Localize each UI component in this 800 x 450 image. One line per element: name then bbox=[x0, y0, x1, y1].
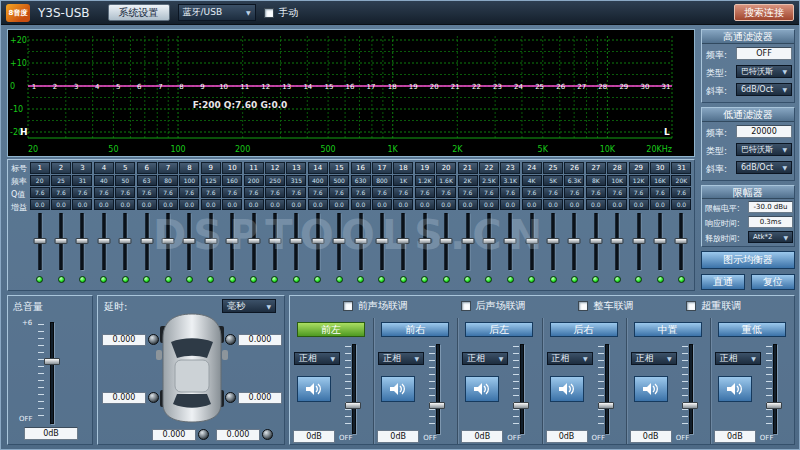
band-gain-field[interactable]: 0.0 bbox=[179, 199, 199, 210]
eq-graph[interactable]: +20+100-10-2020501002005001K2K5K10K20KHz… bbox=[7, 29, 695, 157]
delay-unit-select[interactable]: 毫秒 ▼ bbox=[222, 299, 276, 313]
channel-button[interactable]: 重低 bbox=[718, 322, 786, 337]
band-gain-field[interactable]: 0.0 bbox=[308, 199, 328, 210]
band-slider[interactable] bbox=[243, 211, 264, 273]
band-freq-select[interactable]: 200 bbox=[244, 175, 264, 186]
band-slider[interactable] bbox=[328, 211, 349, 273]
band-slider[interactable] bbox=[307, 211, 328, 273]
manual-checkbox[interactable] bbox=[264, 8, 274, 18]
master-volume-slider[interactable] bbox=[50, 322, 54, 424]
band-freq-select[interactable]: 2K bbox=[458, 175, 478, 186]
channel-phase-select[interactable]: 正相 ▼ bbox=[715, 352, 761, 365]
band-freq-select[interactable]: 1K bbox=[393, 175, 413, 186]
band-q-select[interactable]: 7.6 bbox=[115, 187, 135, 198]
band-freq-select[interactable]: 8K bbox=[586, 175, 606, 186]
channel-button[interactable]: 后左 bbox=[465, 322, 533, 337]
band-slider-thumb[interactable] bbox=[290, 238, 303, 244]
band-slider-thumb[interactable] bbox=[204, 238, 217, 244]
band-freq-select[interactable]: 250 bbox=[265, 175, 285, 186]
delay-value-rear-right[interactable]: 0.000 bbox=[238, 392, 282, 404]
band-gain-field[interactable]: 0.0 bbox=[543, 199, 563, 210]
search-connect-button[interactable]: 搜索连接 bbox=[734, 4, 794, 21]
band-q-select[interactable]: 7.6 bbox=[30, 187, 50, 198]
band-gain-field[interactable]: 0.0 bbox=[201, 199, 221, 210]
channel-speaker-button[interactable] bbox=[381, 376, 415, 402]
band-gain-field[interactable]: 0.0 bbox=[329, 199, 349, 210]
band-gain-field[interactable]: 0.0 bbox=[72, 199, 92, 210]
link-checkbox[interactable] bbox=[343, 301, 353, 311]
band-q-select[interactable]: 7.6 bbox=[286, 187, 306, 198]
delay-knob-center[interactable] bbox=[198, 429, 209, 440]
channel-speaker-button[interactable] bbox=[465, 376, 499, 402]
band-slider-thumb[interactable] bbox=[482, 238, 495, 244]
limiter-level-input[interactable]: -30.0 dBu bbox=[748, 201, 793, 213]
channel-phase-select[interactable]: 正相 ▼ bbox=[547, 352, 593, 365]
band-slider-thumb[interactable] bbox=[418, 238, 431, 244]
band-slider[interactable] bbox=[435, 211, 456, 273]
band-slider[interactable] bbox=[157, 211, 178, 273]
band-q-select[interactable]: 7.6 bbox=[629, 187, 649, 198]
band-q-select[interactable]: 7.6 bbox=[522, 187, 542, 198]
band-slider[interactable] bbox=[93, 211, 114, 273]
band-slider[interactable] bbox=[414, 211, 435, 273]
band-slider[interactable] bbox=[350, 211, 371, 273]
band-q-select[interactable]: 7.6 bbox=[308, 187, 328, 198]
graphic-eq-button[interactable]: 图示均衡器 bbox=[701, 251, 795, 269]
band-freq-select[interactable]: 6.3K bbox=[564, 175, 584, 186]
link-option[interactable]: 整车联调 bbox=[578, 299, 633, 313]
channel-speaker-button[interactable] bbox=[550, 376, 584, 402]
band-freq-select[interactable]: 1.2K bbox=[415, 175, 435, 186]
link-option[interactable]: 后声场联调 bbox=[461, 299, 526, 313]
band-gain-field[interactable]: 0.0 bbox=[436, 199, 456, 210]
channel-volume-slider[interactable] bbox=[520, 344, 524, 434]
band-slider-thumb[interactable] bbox=[525, 238, 538, 244]
lpf-type-select[interactable]: 巴特沃斯 ▼ bbox=[736, 143, 792, 156]
band-q-select[interactable]: 7.6 bbox=[393, 187, 413, 198]
band-freq-select[interactable]: 12K bbox=[629, 175, 649, 186]
band-gain-field[interactable]: 0.0 bbox=[458, 199, 478, 210]
band-slider[interactable] bbox=[264, 211, 285, 273]
band-slider[interactable] bbox=[585, 211, 606, 273]
band-slider-thumb[interactable] bbox=[354, 238, 367, 244]
band-gain-field[interactable]: 0.0 bbox=[586, 199, 606, 210]
band-slider-thumb[interactable] bbox=[547, 238, 560, 244]
channel-volume-slider[interactable] bbox=[689, 344, 693, 434]
band-q-select[interactable]: 7.6 bbox=[265, 187, 285, 198]
band-slider[interactable] bbox=[72, 211, 93, 273]
band-slider[interactable] bbox=[222, 211, 243, 273]
limiter-attack-input[interactable]: 0.3ms bbox=[748, 216, 793, 228]
channel-volume-thumb[interactable] bbox=[766, 402, 782, 409]
band-slider[interactable] bbox=[521, 211, 542, 273]
band-freq-select[interactable]: 160 bbox=[222, 175, 242, 186]
band-freq-select[interactable]: 20K bbox=[671, 175, 691, 186]
link-option[interactable]: 前声场联调 bbox=[343, 299, 408, 313]
band-slider-thumb[interactable] bbox=[33, 238, 46, 244]
band-freq-select[interactable]: 5K bbox=[543, 175, 563, 186]
band-slider-thumb[interactable] bbox=[76, 238, 89, 244]
channel-volume-thumb[interactable] bbox=[345, 402, 361, 409]
band-slider-thumb[interactable] bbox=[397, 238, 410, 244]
band-gain-field[interactable]: 0.0 bbox=[137, 199, 157, 210]
band-gain-field[interactable]: 0.0 bbox=[372, 199, 392, 210]
hpf-slope-select[interactable]: 6dB/Oct ▼ bbox=[736, 83, 792, 96]
band-slider-thumb[interactable] bbox=[611, 238, 624, 244]
band-slider-thumb[interactable] bbox=[183, 238, 196, 244]
band-q-select[interactable]: 7.6 bbox=[671, 187, 691, 198]
band-q-select[interactable]: 7.6 bbox=[607, 187, 627, 198]
band-freq-select[interactable]: 125 bbox=[201, 175, 221, 186]
band-gain-field[interactable]: 0.0 bbox=[671, 199, 691, 210]
band-slider-thumb[interactable] bbox=[140, 238, 153, 244]
band-slider-thumb[interactable] bbox=[589, 238, 602, 244]
band-freq-select[interactable]: 400 bbox=[308, 175, 328, 186]
band-gain-field[interactable]: 0.0 bbox=[415, 199, 435, 210]
band-freq-select[interactable]: 16K bbox=[650, 175, 670, 186]
channel-speaker-button[interactable] bbox=[297, 376, 331, 402]
channel-phase-select[interactable]: 正相 ▼ bbox=[294, 352, 340, 365]
band-freq-select[interactable]: 50 bbox=[115, 175, 135, 186]
channel-volume-thumb[interactable] bbox=[598, 402, 614, 409]
system-settings-button[interactable]: 系统设置 bbox=[108, 4, 170, 21]
band-freq-select[interactable]: 500 bbox=[329, 175, 349, 186]
band-slider[interactable] bbox=[649, 211, 670, 273]
band-slider-thumb[interactable] bbox=[97, 238, 110, 244]
channel-phase-select[interactable]: 正相 ▼ bbox=[462, 352, 508, 365]
